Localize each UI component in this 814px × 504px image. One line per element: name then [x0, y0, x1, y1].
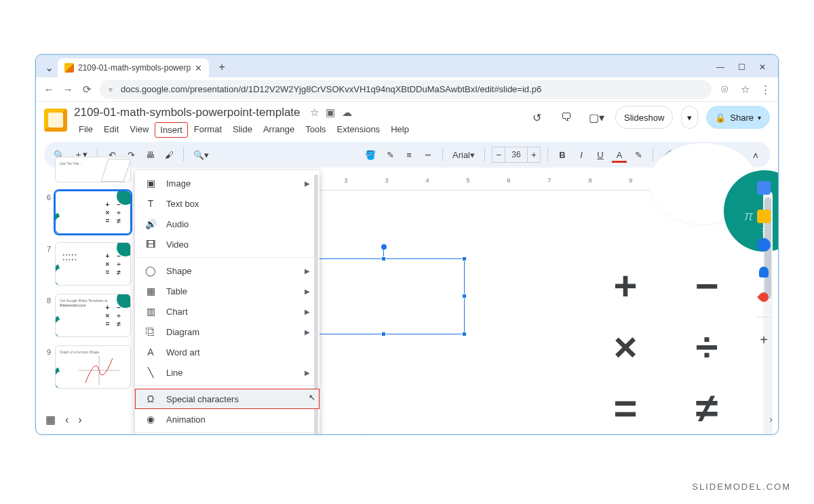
slide-thumb[interactable]: Use Tax Title... — [55, 157, 131, 182]
browser-tab[interactable]: 2109-01-math-symbols-powerp ✕ — [58, 58, 209, 77]
prev-slide-icon[interactable]: ‹ — [65, 414, 69, 426]
tab-close-icon[interactable]: ✕ — [195, 63, 202, 73]
move-icon[interactable]: ▣ — [326, 106, 335, 118]
resize-handle[interactable] — [381, 332, 386, 336]
rotate-handle[interactable] — [381, 244, 387, 250]
selected-text-box[interactable] — [303, 258, 465, 334]
border-dash-icon[interactable]: ┉ — [421, 147, 435, 163]
url-field[interactable]: ᯤ docs.google.com/presentation/d/1D12V2W… — [100, 80, 712, 99]
submenu-arrow-icon: ▶ — [305, 288, 310, 295]
share-button[interactable]: 🔒 Share ▾ — [706, 106, 770, 129]
resize-handle[interactable] — [381, 256, 386, 261]
close-window-icon[interactable]: ✕ — [759, 62, 766, 72]
underline-icon[interactable]: U — [593, 147, 608, 163]
border-weight-icon[interactable]: ≡ — [402, 147, 416, 163]
menu-item-text-box[interactable]: TText box — [135, 193, 319, 214]
menu-item-diagram[interactable]: ⿻Diagram▶ — [135, 322, 319, 342]
slide-thumb[interactable]: ● ● ● ● ●● ● ● ● ● + −× ÷= ≠ — [55, 242, 131, 286]
menu-format[interactable]: Format — [189, 122, 227, 138]
paint-format-icon[interactable]: 🖌 — [161, 147, 176, 163]
symbol-equals[interactable]: = — [613, 385, 637, 431]
symbol-times[interactable]: × — [613, 324, 637, 370]
menu-item-line[interactable]: ╲Line▶ — [135, 362, 319, 383]
font-family-select[interactable]: Arial ▾ — [450, 147, 478, 163]
add-addon-icon[interactable]: + — [760, 332, 768, 348]
nav-forward-icon[interactable]: → — [62, 83, 74, 96]
resize-handle[interactable] — [462, 332, 467, 336]
menu-item-audio[interactable]: 🔊Audio — [135, 214, 319, 234]
italic-icon[interactable]: I — [574, 147, 589, 163]
menu-view[interactable]: View — [125, 122, 153, 138]
symbol-plus[interactable]: + — [613, 263, 637, 309]
font-size-value[interactable]: 36 — [505, 147, 527, 163]
slideshow-button[interactable]: Slideshow — [615, 106, 673, 129]
symbol-notequal[interactable]: ≠ — [696, 385, 718, 431]
tasks-icon[interactable] — [757, 238, 771, 252]
symbol-minus[interactable]: − — [695, 263, 718, 309]
menu-tools[interactable]: Tools — [301, 122, 330, 138]
hide-sidepanel-icon[interactable]: › — [769, 414, 773, 425]
star-icon[interactable]: ☆ — [310, 106, 319, 118]
resize-handle[interactable] — [462, 256, 467, 261]
menu-item-video[interactable]: 🎞Video — [135, 234, 319, 254]
keep-icon[interactable] — [757, 210, 771, 223]
slide-thumb[interactable]: Get Google Slides Templates atSlidemodel… — [55, 294, 131, 337]
menu-item-chart[interactable]: ▥Chart▶ — [135, 301, 319, 322]
menu-arrange[interactable]: Arrange — [258, 122, 299, 138]
menu-item-label: Chart — [166, 307, 295, 317]
menu-edit[interactable]: Edit — [99, 122, 123, 138]
nav-reload-icon[interactable]: ⟳ — [81, 83, 93, 96]
site-info-icon[interactable]: ᯤ — [108, 85, 115, 94]
nav-back-icon[interactable]: ← — [43, 83, 55, 96]
menu-insert[interactable]: Insert — [155, 122, 188, 138]
menu-item-image[interactable]: ▣Image▶ — [135, 173, 319, 193]
history-icon[interactable]: ↺ — [526, 106, 547, 128]
slideshow-dropdown[interactable]: ▾ — [681, 106, 698, 129]
maps-icon[interactable] — [757, 290, 771, 304]
menu-item-icon: ▣ — [144, 178, 157, 189]
text-color-icon[interactable]: A — [612, 147, 627, 163]
meet-icon[interactable]: ▢▾ — [585, 106, 607, 128]
menu-help[interactable]: Help — [386, 122, 414, 138]
menu-item-word-art[interactable]: AWord art — [135, 342, 319, 362]
slide-thumb[interactable]: Graph of a function Shape — [55, 345, 131, 389]
browser-window: ⌄ 2109-01-math-symbols-powerp ✕ + — ☐ ✕ … — [35, 54, 779, 435]
contacts-icon[interactable] — [759, 267, 769, 277]
bold-icon[interactable]: B — [555, 147, 570, 163]
zoom-icon[interactable]: 🔍▾ — [191, 147, 212, 163]
cloud-status-icon[interactable]: ☁ — [342, 106, 352, 118]
chrome-menu-icon[interactable]: ⋮ — [759, 83, 771, 96]
menu-item-special-characters[interactable]: ΩSpecial characters↖ — [135, 389, 319, 409]
slide-canvas[interactable]: + − × ÷ = ≠ — [296, 191, 779, 435]
tab-list-icon[interactable]: ⌄ — [43, 61, 55, 73]
minimize-icon[interactable]: — — [716, 62, 724, 72]
maximize-icon[interactable]: ☐ — [738, 62, 745, 72]
symbol-divide[interactable]: ÷ — [696, 324, 718, 370]
highlight-color-icon[interactable]: ✎ — [631, 147, 646, 163]
menu-extensions[interactable]: Extensions — [332, 122, 385, 138]
bookmark-icon[interactable]: ☆ — [739, 83, 751, 96]
side-panel: + — [755, 181, 773, 348]
border-color-icon[interactable]: ✎ — [383, 147, 398, 163]
menu-file[interactable]: File — [74, 122, 98, 138]
comments-icon[interactable]: 🗨 — [556, 106, 577, 128]
calendar-icon[interactable] — [757, 181, 771, 195]
slide-thumb[interactable]: + −× ÷= ≠ — [55, 191, 131, 234]
new-tab-button[interactable]: + — [213, 58, 231, 76]
resize-handle[interactable] — [462, 294, 467, 298]
document-title[interactable]: 2109-01-math-symbols-powerpoint-template — [74, 106, 301, 119]
grid-view-icon[interactable]: ▦ — [45, 413, 56, 426]
slides-logo-icon[interactable] — [44, 109, 67, 132]
fill-color-icon[interactable]: 🪣 — [362, 147, 379, 163]
next-slide-icon[interactable]: › — [78, 414, 81, 426]
menu-item-shape[interactable]: ◯Shape▶ — [135, 260, 319, 281]
collapse-toolbar-icon[interactable]: ʌ — [748, 147, 763, 163]
submenu-arrow-icon: ▶ — [305, 180, 310, 187]
menu-slide[interactable]: Slide — [228, 122, 257, 138]
print-icon[interactable]: 🖶 — [142, 147, 157, 163]
menu-item-table[interactable]: ▦Table▶ — [135, 281, 319, 301]
menu-item-animation[interactable]: ◉Animation — [135, 409, 319, 429]
translate-icon[interactable]: ⦾ — [718, 83, 731, 96]
font-size-decrease[interactable]: − — [492, 147, 505, 163]
font-size-increase[interactable]: + — [527, 147, 541, 163]
